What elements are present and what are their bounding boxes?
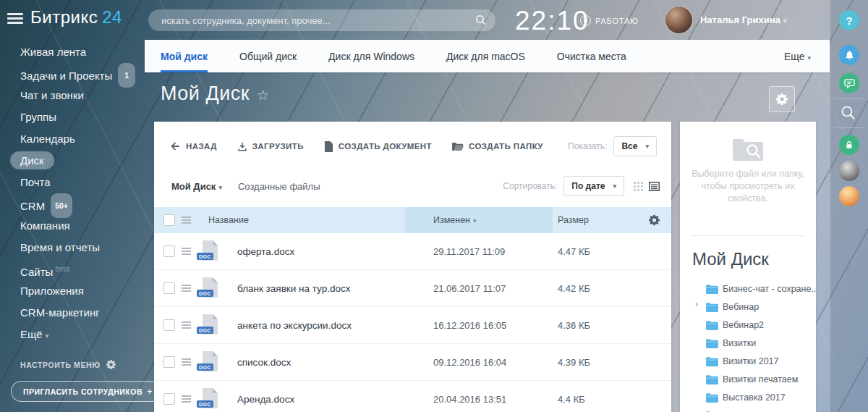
sidebar-item-groups[interactable]: Группы (0, 106, 145, 128)
sidebar-item-crm[interactable]: CRM50+ (0, 193, 145, 215)
table-settings-gear-icon[interactable] (649, 215, 660, 226)
chat-bubble-icon[interactable] (839, 73, 859, 93)
upload-button[interactable]: ЗАГРУЗИТЬ (237, 141, 304, 152)
breadcrumb-current[interactable]: Созданные файлы (238, 181, 320, 192)
tab-my-disk[interactable]: Мой диск (161, 40, 208, 72)
sidebar-item-time-reports[interactable]: Время и отчеты (0, 237, 145, 258)
worktime-clock[interactable]: 22:10 (515, 6, 590, 36)
file-name-link[interactable]: Аренда.docx (237, 394, 294, 405)
coworker-avatar[interactable] (839, 186, 859, 206)
folder-icon (706, 302, 718, 315)
work-status[interactable]: РАБОТАЮ (580, 15, 639, 26)
doc-file-icon: DOC (202, 240, 221, 262)
help-button[interactable]: ? (839, 10, 859, 30)
table-row[interactable]: DOC Аренда.docx 20.04.2016 13:51 4.4 КБ (154, 381, 671, 412)
drag-handle-icon[interactable] (182, 357, 191, 367)
sidebar-item-sites[interactable]: Сайтыbeta (0, 258, 145, 280)
tab-cleanup[interactable]: Очистка места (557, 40, 626, 72)
show-dropdown[interactable]: Все▾ (613, 136, 657, 156)
sidebar-item-crm-marketing[interactable]: CRM-маркетинг (0, 302, 145, 324)
page-title: Мой Диск☆ (161, 83, 270, 105)
file-modified: 09.12.2016 16:04 (433, 357, 506, 368)
notifications-bell-icon[interactable] (839, 45, 859, 65)
sidebar-item-mail[interactable]: Почта (0, 172, 145, 193)
sidebar-item-tasks[interactable]: Задачи и Проекты1 (0, 63, 145, 85)
arrow-left-icon (170, 141, 181, 151)
page-settings-button[interactable] (769, 86, 795, 112)
sort-caret-icon: ▾ (473, 217, 477, 224)
search-icon[interactable] (841, 105, 856, 124)
sidebar-item-live-feed[interactable]: Живая лента (0, 41, 145, 63)
back-button[interactable]: НАЗАД (170, 141, 217, 151)
coworker-avatar[interactable] (839, 161, 859, 181)
sidebar-item-more[interactable]: Ещё▾ (0, 324, 145, 345)
tab-disk-macos[interactable]: Диск для macOS (446, 40, 525, 72)
menu-hamburger-icon[interactable] (7, 13, 23, 25)
create-folder-button[interactable]: СОЗДАТЬ ПАПКУ (452, 142, 543, 151)
view-toggle (634, 182, 660, 191)
beta-label: beta (55, 265, 69, 273)
folder-item[interactable]: Выставка 2017 (680, 388, 816, 406)
list-view-icon[interactable] (649, 182, 660, 191)
invite-employees-button[interactable]: ПРИГЛАСИТЬ СОТРУДНИКОВ+ (11, 381, 165, 402)
row-checkbox[interactable] (163, 393, 175, 405)
sidebar-item-disk-active[interactable]: Диск (0, 150, 145, 172)
row-checkbox[interactable] (163, 319, 175, 331)
breadcrumb-root[interactable]: Мой Диск▾ (171, 181, 222, 192)
tab-more[interactable]: Еще▾ (784, 51, 830, 62)
file-name-link[interactable]: список.docx (237, 357, 291, 368)
file-name-link[interactable]: бланк заявки на тур.docx (237, 283, 350, 294)
tab-disk-windows[interactable]: Диск для Windows (328, 40, 414, 72)
row-checkbox[interactable] (163, 282, 175, 294)
search-input[interactable] (148, 9, 495, 31)
user-name[interactable]: Наталья Грихина▾ (700, 14, 786, 25)
folder-item[interactable]: Визитки (680, 334, 816, 352)
folder-item[interactable]: Визитки 2017 (680, 352, 816, 370)
sidebar-item-chat[interactable]: Чат и звонки (0, 85, 145, 106)
drag-handle-icon[interactable] (182, 246, 191, 256)
sidebar-item-calendar[interactable]: Календарь (0, 128, 145, 150)
sidebar: Живая лента Задачи и Проекты1 Чат и звон… (0, 41, 145, 345)
crm-count-badge: 50+ (51, 193, 72, 218)
table-row[interactable]: DOC анкета по экскурсии.docx 16.12.2016 … (154, 307, 671, 344)
chevron-right-icon[interactable]: › (695, 298, 698, 309)
drag-handle-icon[interactable] (182, 283, 191, 293)
user-avatar[interactable] (665, 7, 692, 33)
record-status-icon (580, 15, 591, 26)
grid-view-icon[interactable] (634, 182, 643, 191)
folder-item[interactable]: Бизнес-чат - сохране... (680, 279, 816, 298)
lock-icon[interactable] (839, 135, 859, 155)
drag-handle-icon[interactable] (182, 320, 191, 330)
column-header-size[interactable]: Размер (558, 215, 589, 225)
search-icon[interactable] (475, 14, 487, 29)
configure-menu-button[interactable]: НАСТРОИТЬ МЕНЮ (20, 360, 116, 369)
sidebar-item-apps[interactable]: Приложения (0, 280, 145, 302)
file-name-link[interactable]: анкета по экскурсии.docx (237, 320, 352, 331)
row-checkbox[interactable] (163, 356, 175, 368)
select-all-checkbox[interactable] (163, 214, 175, 226)
file-modified: 16.12.2016 16:05 (433, 320, 506, 331)
folder-item[interactable]: › Вебинар (680, 298, 816, 316)
favorite-star-icon[interactable]: ☆ (257, 88, 270, 103)
table-row[interactable]: DOC бланк заявки на тур.docx 21.06.2017 … (154, 270, 671, 307)
file-name-link[interactable]: оферта.docx (237, 246, 294, 257)
drag-handle-icon[interactable] (182, 394, 191, 404)
column-header-modified[interactable]: Изменен▾ (433, 215, 477, 225)
column-header-name[interactable]: Название (208, 215, 249, 225)
folder-item[interactable]: Визитки печатаем (680, 370, 816, 388)
folder-item[interactable]: Вебинар2 (680, 316, 816, 334)
global-search (148, 9, 495, 31)
folder-search-icon (731, 136, 765, 165)
chevron-down-icon: ▾ (783, 17, 787, 25)
app-logo: Битрикс24 (30, 7, 122, 28)
sort-dropdown[interactable]: По дате▾ (563, 176, 624, 196)
doc-file-icon: DOC (202, 388, 221, 410)
sidebar-item-company[interactable]: Компания (0, 215, 145, 237)
table-row[interactable]: DOC оферта.docx 29.11.2017 11:09 4.47 КБ (154, 233, 671, 270)
right-icon-bar: ? (830, 0, 868, 412)
folder-icon (706, 284, 718, 297)
table-row[interactable]: DOC список.docx 09.12.2016 16:04 4.39 КБ (154, 344, 671, 381)
create-document-button[interactable]: СОЗДАТЬ ДОКУМЕНТ (324, 141, 432, 152)
row-checkbox[interactable] (163, 245, 175, 257)
tab-shared-disk[interactable]: Общий диск (239, 40, 297, 72)
